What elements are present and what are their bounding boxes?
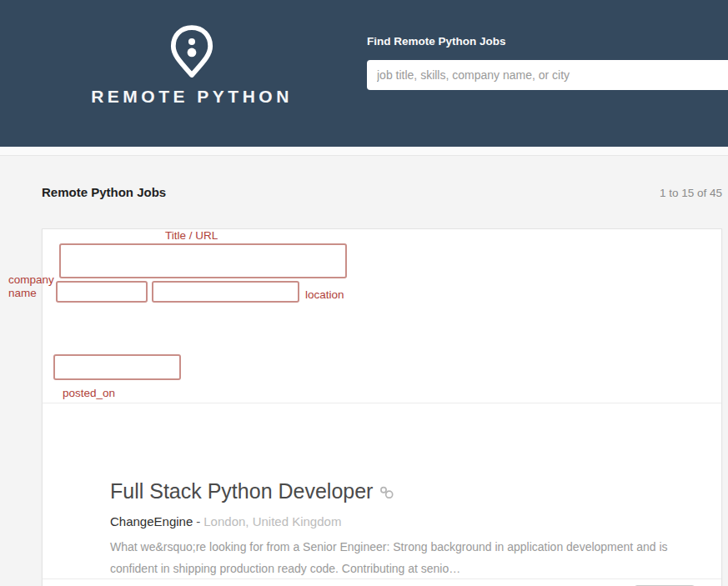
- job-description: What we&rsquo;re looking for from a Seni…: [110, 536, 699, 579]
- page: REMOTE PYTHON Find Remote Python Jobs Re…: [0, 0, 728, 586]
- search-label: Find Remote Python Jobs: [367, 35, 506, 48]
- job-divider: [43, 578, 721, 579]
- annotation-title-url-label: Title / URL: [165, 229, 218, 243]
- site-header: REMOTE PYTHON Find Remote Python Jobs: [0, 0, 728, 147]
- result-count: 1 to 15 of 45: [660, 187, 722, 199]
- job-divider: [43, 403, 721, 403]
- location-pin-icon: [169, 25, 214, 78]
- search-input[interactable]: [367, 60, 728, 90]
- separator: -: [196, 514, 200, 528]
- link-icon[interactable]: [379, 486, 394, 498]
- company-name: ChangeEngine: [110, 514, 193, 528]
- brand-logo[interactable]: REMOTE PYTHON: [75, 25, 309, 107]
- annotation-location-label: location: [305, 288, 344, 302]
- search-area: Find Remote Python Jobs: [367, 35, 506, 61]
- job-title-link[interactable]: Full Stack Python Developer: [110, 479, 394, 503]
- page-title: Remote Python Jobs: [42, 185, 166, 199]
- company-location-row: ChangeEngine-London, United Kingdom: [110, 514, 341, 528]
- header-divider: [0, 147, 728, 156]
- annotation-company-name-label: company name: [8, 273, 62, 299]
- job-location: London, United Kingdom: [203, 514, 341, 528]
- jobs-card: Full Stack Python Developer ChangeEngine…: [42, 228, 722, 586]
- annotation-posted-on-label: posted_on: [63, 387, 115, 400]
- listing-header: Remote Python Jobs 1 to 15 of 45: [42, 185, 722, 199]
- brand-wordmark: REMOTE PYTHON: [75, 87, 309, 107]
- job-title-text: Full Stack Python Developer: [110, 479, 373, 503]
